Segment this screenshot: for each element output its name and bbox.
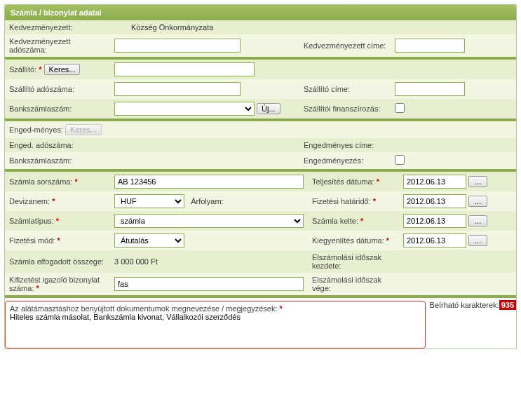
label-kedv: Kedvezményezett: (5, 20, 110, 34)
section-engedmenyes: Enged-ményes: Keres... Enged. adószáma: … (5, 121, 516, 169)
label-szallito-adoszam: Szállító adószáma: (5, 79, 110, 99)
input-kedv-adoszam[interactable] (114, 39, 241, 53)
panel-title: Számla / bizonylat adatai (11, 8, 102, 17)
input-kif-biz[interactable] (114, 277, 304, 291)
label-devizanem: Devizanem: * (5, 191, 110, 211)
label-engedmenyezes: Engedményezés: (299, 152, 391, 169)
label-char: Beírható karakterek: (430, 301, 499, 309)
button-date-telj[interactable]: ... (468, 176, 487, 187)
label-fiz-hatarido: Fizetési határidő: * (308, 191, 399, 211)
label-bankszamla: Bankszámlaszám: (5, 99, 110, 118)
label-arfolyam: Árfolyam: (191, 197, 223, 205)
label-fiz-mod: Fizetési mód: * (5, 231, 110, 250)
button-keres-szallito[interactable]: Keres... (44, 64, 81, 75)
checkbox-engedmenyezes[interactable] (395, 155, 405, 165)
label-kedv-cim: Kedvezményezett címe: (299, 34, 391, 57)
label-elfogadott: Számla elfogadott összege: (5, 250, 110, 273)
panel-header: Számla / bizonylat adatai (5, 5, 516, 20)
value-kedv: Község Önkormányzata (110, 20, 516, 34)
label-kif-biz: Kifizetést igazoló bizonylat száma: * (5, 273, 110, 295)
button-uj[interactable]: Új... (257, 103, 280, 114)
button-date-kiegy[interactable]: ... (468, 235, 487, 246)
char-count: 935 (499, 300, 516, 310)
input-szamla-sorszam[interactable] (114, 175, 304, 189)
label-enged-cim: Engedményes címe: (299, 138, 391, 152)
section-szallito: Szállító: * Keres... Szállító adószáma: … (5, 60, 516, 118)
label-kedv-adoszam: Kedvezményezett adószáma: (5, 34, 110, 57)
label-szamla-kelte: Számla kelte: * (308, 211, 399, 231)
label-elsz-kezd: Elszámolási időszak kezdete: (308, 250, 399, 273)
button-date-fizhat[interactable]: ... (468, 196, 487, 207)
select-devizanem[interactable]: HUF (114, 194, 184, 208)
section-szamla: Számla sorszáma: * Teljesítés dátuma: * … (5, 172, 516, 295)
label-szallito-cim: Szállító címe: (299, 79, 391, 99)
label-szallito: Szállító: * Keres... (5, 60, 110, 79)
section-documents: Az alátámasztáshoz benyújtott dokumentum… (5, 301, 516, 348)
input-kiegy-datum[interactable] (403, 233, 466, 248)
select-bankszamla[interactable] (114, 102, 255, 116)
label-enged-adoszam: Enged. adószáma: (5, 138, 110, 152)
checkbox-szall-fin[interactable] (395, 103, 405, 113)
doc-box: Az alátámasztáshoz benyújtott dokumentum… (5, 301, 426, 348)
input-szamla-kelte[interactable] (403, 214, 466, 228)
input-telj-datum[interactable] (403, 175, 466, 189)
section-kedvezmenyezett: Kedvezményezett: Község Önkormányzata Ke… (5, 20, 516, 57)
select-fiz-mod[interactable]: Átutalás (114, 233, 184, 248)
button-keres-enged: Keres... (65, 124, 102, 135)
input-kedv-cim[interactable] (395, 39, 465, 53)
char-counter-wrap: Beírható karakterek:935 (430, 301, 516, 309)
label-szamla-sorszam: Számla sorszáma: * (5, 172, 110, 191)
input-szallito[interactable] (114, 62, 255, 76)
label-telj-datum: Teljesítés dátuma: * (308, 172, 399, 191)
button-date-kelte[interactable]: ... (468, 215, 487, 226)
select-szamlatipus[interactable]: számla (114, 214, 304, 228)
textarea-doc[interactable] (10, 313, 421, 344)
label-szamlatipus: Számlatípus: * (5, 211, 110, 231)
label-szall-fin: Szállítói finanszírozás: (299, 99, 391, 118)
input-szallito-adoszam[interactable] (114, 82, 241, 96)
input-fiz-hatarido[interactable] (403, 194, 466, 208)
label-elsz-vege: Elszámolási időszak vége: (308, 273, 399, 295)
label-kiegy-datum: Kiegyenlítés dátuma: * (308, 231, 399, 250)
label-enged: Enged-ményes: Keres... (5, 121, 110, 138)
value-elfogadott: 3 000 000 Ft (110, 250, 308, 273)
label-bankszamla2: Bankszámlaszám: (5, 152, 110, 169)
label-doc: Az alátámasztáshoz benyújtott dokumentum… (10, 304, 283, 313)
input-szallito-cim[interactable] (395, 82, 465, 96)
